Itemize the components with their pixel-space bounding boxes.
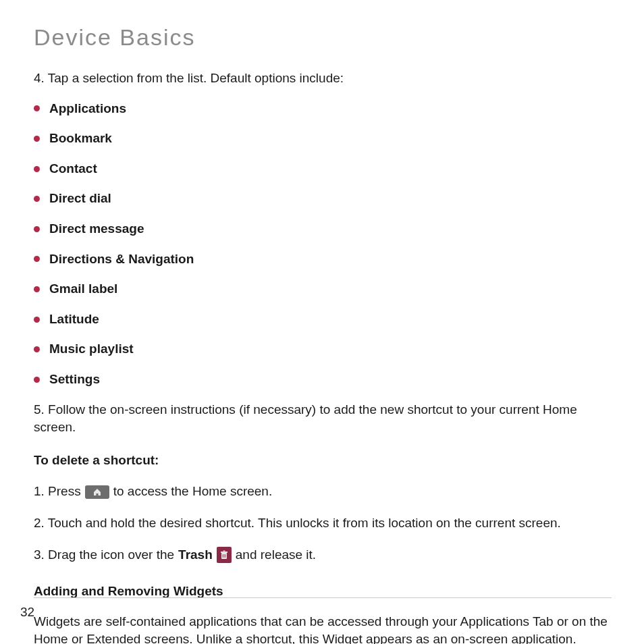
delete-shortcut-heading: To delete a shortcut: xyxy=(34,452,612,470)
bullet-icon xyxy=(34,256,40,262)
step-text: 1. Press xyxy=(34,483,81,501)
list-item: Gmail label xyxy=(34,280,612,298)
trash-label: Trash xyxy=(178,546,213,564)
step-5-text: 5. Follow the on-screen instructions (if… xyxy=(34,401,612,437)
list-item: Direct dial xyxy=(34,190,612,208)
bullet-icon xyxy=(34,286,40,292)
delete-step-3: 3. Drag the icon over the Trash and rele… xyxy=(34,546,612,564)
list-item: Bookmark xyxy=(34,130,612,148)
delete-step-2: 2. Touch and hold the desired shortcut. … xyxy=(34,514,612,533)
option-label: Settings xyxy=(49,371,100,389)
option-label: Contact xyxy=(49,160,97,178)
step-text: 2. Touch and hold the desired shortcut. … xyxy=(34,516,561,530)
step-4-text: 4. Tap a selection from the list. Defaul… xyxy=(34,70,612,88)
option-label: Direct message xyxy=(49,220,144,238)
list-item: Contact xyxy=(34,160,612,178)
option-label: Music playlist xyxy=(49,340,134,358)
widgets-paragraph: Widgets are self-contained applications … xyxy=(34,613,612,644)
svg-rect-2 xyxy=(223,550,225,551)
trash-icon xyxy=(217,547,232,563)
list-item: Applications xyxy=(34,100,612,118)
list-item: Direct message xyxy=(34,220,612,238)
page-content: 4. Tap a selection from the list. Defaul… xyxy=(34,70,612,644)
page-number: 32 xyxy=(20,605,34,620)
option-label: Directions & Navigation xyxy=(49,250,194,269)
option-label: Applications xyxy=(49,100,126,118)
footer-divider xyxy=(34,597,612,598)
step-text: 3. Drag the icon over the xyxy=(34,546,174,564)
option-label: Gmail label xyxy=(49,280,117,298)
home-button-icon xyxy=(85,485,109,499)
bullet-icon xyxy=(34,105,40,111)
step-text: and release it. xyxy=(236,546,316,564)
bullet-icon xyxy=(34,136,40,142)
option-list: Applications Bookmark Contact Direct dia… xyxy=(34,100,612,389)
list-item: Settings xyxy=(34,371,612,389)
bullet-icon xyxy=(34,196,40,202)
bullet-icon xyxy=(34,317,40,323)
delete-steps: 1. Press to access the Home screen. 2. T… xyxy=(34,483,612,564)
bullet-icon xyxy=(34,166,40,172)
bullet-icon xyxy=(34,346,40,352)
manual-page: Device Basics 4. Tap a selection from th… xyxy=(0,0,644,644)
bullet-icon xyxy=(34,377,40,383)
svg-rect-1 xyxy=(221,552,227,553)
page-title: Device Basics xyxy=(34,24,612,51)
option-label: Direct dial xyxy=(49,190,111,208)
step-text: to access the Home screen. xyxy=(113,483,273,501)
list-item: Directions & Navigation xyxy=(34,250,612,269)
trashcan-icon xyxy=(219,549,229,560)
bullet-icon xyxy=(34,226,40,232)
house-icon xyxy=(92,488,102,496)
delete-step-1: 1. Press to access the Home screen. xyxy=(34,483,612,501)
option-label: Bookmark xyxy=(49,130,112,148)
option-label: Latitude xyxy=(49,311,99,329)
list-item: Music playlist xyxy=(34,340,612,358)
list-item: Latitude xyxy=(34,311,612,329)
